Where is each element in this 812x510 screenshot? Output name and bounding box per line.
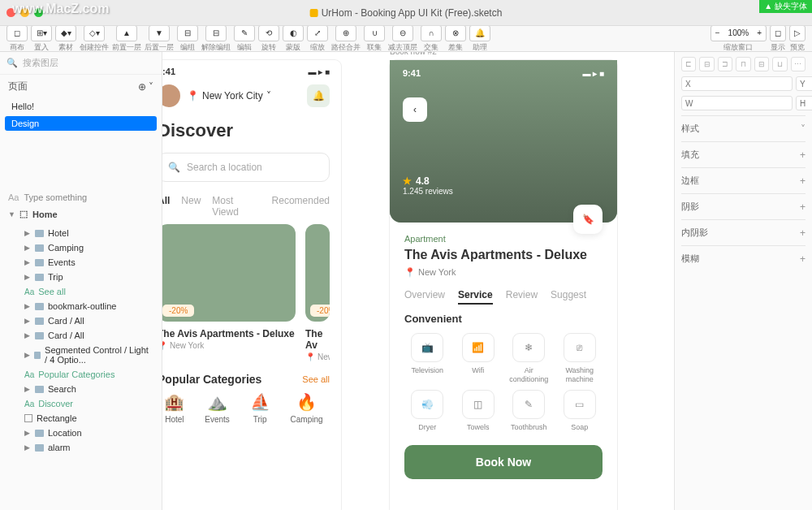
- category-events[interactable]: ⛰️Events: [205, 392, 230, 424]
- layer-item[interactable]: AaDiscover: [0, 396, 162, 411]
- align-bottom-button[interactable]: ⊔: [772, 57, 787, 71]
- inspector-模糊[interactable]: 模糊+: [681, 245, 806, 271]
- toolbar-后置一层[interactable]: ▼后置一层: [145, 25, 174, 53]
- toolbar-解除编组[interactable]: ⊟解除编组: [201, 25, 231, 53]
- style-section[interactable]: 样式˅: [681, 115, 806, 141]
- inspector-内阴影[interactable]: 内阴影+: [681, 219, 806, 245]
- category-camping[interactable]: 🔥Camping: [291, 392, 323, 424]
- inspector-边框[interactable]: 边框+: [681, 167, 806, 193]
- align-top-button[interactable]: ⊓: [736, 57, 750, 71]
- artboard-booknow[interactable]: Book now #2 9:41 ▬ ▸ ■ ‹ ★4.8 1.245 revi…: [390, 60, 617, 510]
- discount-badge: -20%: [162, 305, 194, 317]
- amenity-wifi: 📶Wifi: [456, 333, 502, 384]
- tab-new[interactable]: New: [181, 195, 201, 218]
- layer-item[interactable]: ▶Hotel: [0, 226, 162, 240]
- zoom-in-button[interactable]: +: [753, 28, 766, 37]
- font-warning-badge[interactable]: ▲ 缺失字体: [759, 0, 812, 13]
- add-page-icon[interactable]: ⊕ ˅: [138, 81, 153, 93]
- layer-item[interactable]: ▶Camping: [0, 240, 162, 255]
- inspector-阴影[interactable]: 阴影+: [681, 193, 806, 219]
- card-title: The Av: [305, 328, 330, 351]
- inspector-填充[interactable]: 填充+: [681, 141, 806, 167]
- w-field[interactable]: [681, 96, 793, 110]
- zoom-control[interactable]: −100%+ 缩放窗口: [710, 25, 767, 53]
- type-something-row[interactable]: AaType something: [0, 189, 162, 205]
- toolbar-蒙版[interactable]: ◐蒙版: [283, 25, 304, 53]
- layer-item[interactable]: ▶Card / All: [0, 328, 162, 343]
- hero-section: 9:41 ▬ ▸ ■ ‹ ★4.8 1.245 reviews: [390, 60, 617, 223]
- search-layers-input[interactable]: 🔍 搜索图层: [0, 52, 162, 75]
- layer-item[interactable]: ▶alarm: [0, 440, 162, 455]
- bookmark-icon: 🔖: [582, 214, 594, 225]
- layer-item[interactable]: ▶Search: [0, 382, 162, 396]
- toolbar-联集[interactable]: ∪联集: [364, 25, 385, 53]
- card-location: 📍New...: [305, 352, 330, 361]
- page-item[interactable]: Hello!: [0, 98, 162, 115]
- x-field[interactable]: [681, 76, 793, 91]
- listing-card[interactable]: -20% The Av 📍New...: [305, 224, 330, 361]
- group-header[interactable]: ▼⬚Home: [0, 205, 162, 223]
- location-selector[interactable]: 📍 New York City ˅: [187, 90, 271, 102]
- toolbar-旋转[interactable]: ⟲旋转: [258, 25, 279, 53]
- card-image: -20%: [162, 224, 296, 322]
- avatar[interactable]: [162, 84, 180, 107]
- tab-all[interactable]: All: [162, 195, 170, 218]
- align-left-button[interactable]: ⊏: [681, 57, 696, 71]
- back-button[interactable]: ‹: [403, 97, 427, 122]
- category-trip[interactable]: ⛵Trip: [250, 392, 270, 424]
- layer-item[interactable]: ▶Events: [0, 255, 162, 270]
- align-middle-button[interactable]: ⊟: [754, 57, 769, 71]
- toolbar-差集[interactable]: ⊗差集: [445, 25, 466, 53]
- layer-item[interactable]: ▶Segmented Control / Light / 4 Optio...: [0, 343, 162, 367]
- tab-review[interactable]: Review: [506, 289, 538, 305]
- zoom-out-button[interactable]: −: [711, 28, 724, 37]
- chevron-down-icon: ˅: [801, 123, 806, 135]
- layer-item[interactable]: ▶bookmark-outline: [0, 299, 162, 313]
- h-field[interactable]: [796, 96, 812, 110]
- toolbar-label: 缩放窗口: [723, 42, 753, 53]
- toolbar-路径合并[interactable]: ⊕路径合并: [331, 25, 361, 53]
- layer-item[interactable]: AaPopular Categories: [0, 367, 162, 382]
- toolbar-减去顶层[interactable]: ⊖减去顶层: [388, 25, 417, 53]
- bookmark-button[interactable]: 🔖: [573, 205, 603, 234]
- artboard-discover[interactable]: 9:41 ▬ ▸ ■ 📍 New York City ˅ 🔔 Discover …: [162, 60, 341, 510]
- toolbar-缩放[interactable]: ⤢缩放: [307, 25, 328, 53]
- toolbar-交集[interactable]: ∩交集: [421, 25, 442, 53]
- amenity-air-conditioning: ❄Air conditioning: [506, 333, 552, 384]
- page-item[interactable]: Design: [5, 116, 157, 131]
- toolbar-前置一层[interactable]: ▲前置一层: [112, 25, 141, 53]
- tab-overview[interactable]: Overview: [404, 289, 445, 305]
- canvas[interactable]: 9:41 ▬ ▸ ■ 📍 New York City ˅ 🔔 Discover …: [162, 52, 674, 510]
- layer-item[interactable]: Rectangle: [0, 411, 162, 426]
- tab-suggest[interactable]: Suggest: [551, 289, 586, 305]
- align-center-button[interactable]: ⊟: [699, 57, 714, 71]
- layer-item[interactable]: ▶Card / All: [0, 313, 162, 328]
- layer-item[interactable]: ▶Location: [0, 426, 162, 440]
- view-button[interactable]: ◻: [770, 25, 786, 41]
- tab-recomended[interactable]: Recomended: [272, 195, 330, 218]
- toolbar-置入[interactable]: ⊞▾置入: [31, 25, 52, 53]
- book-now-button[interactable]: Book Now: [404, 445, 603, 479]
- toolbar-编辑[interactable]: ✎编辑: [234, 25, 255, 53]
- toolbar-创建控件[interactable]: ◇▾创建控件: [80, 25, 109, 53]
- filter-tabs: AllNewMost ViewdRecomended: [162, 188, 341, 224]
- preview-button[interactable]: ▷: [789, 25, 806, 41]
- distribute-button[interactable]: ⋯: [791, 57, 806, 71]
- notification-button[interactable]: 🔔: [307, 84, 330, 107]
- tab-service[interactable]: Service: [458, 289, 493, 305]
- category-hotel[interactable]: 🏨Hotel: [164, 392, 184, 424]
- toolbar-画布[interactable]: ◻画布: [6, 25, 28, 53]
- search-input[interactable]: 🔍 Search a location: [162, 153, 330, 182]
- y-field[interactable]: [796, 76, 812, 91]
- layer-item[interactable]: AaSee all: [0, 284, 162, 299]
- listing-card[interactable]: -20% The Avis Apartments - Deluxe 📍New Y…: [162, 224, 296, 361]
- tab-most viewd[interactable]: Most Viewd: [212, 195, 260, 218]
- toolbar-助理[interactable]: 🔔助理: [469, 25, 490, 53]
- toolbar-编组[interactable]: ⊟编组: [177, 25, 198, 53]
- align-right-button[interactable]: ⊐: [718, 57, 732, 71]
- layer-item[interactable]: ▶Trip: [0, 270, 162, 284]
- toolbar-素材[interactable]: ◆▾素材: [55, 25, 76, 53]
- status-bar: 9:41 ▬ ▸ ■: [162, 60, 341, 80]
- see-all-link[interactable]: See all: [302, 374, 330, 384]
- property-name: The Avis Apartments - Deluxe: [404, 247, 603, 264]
